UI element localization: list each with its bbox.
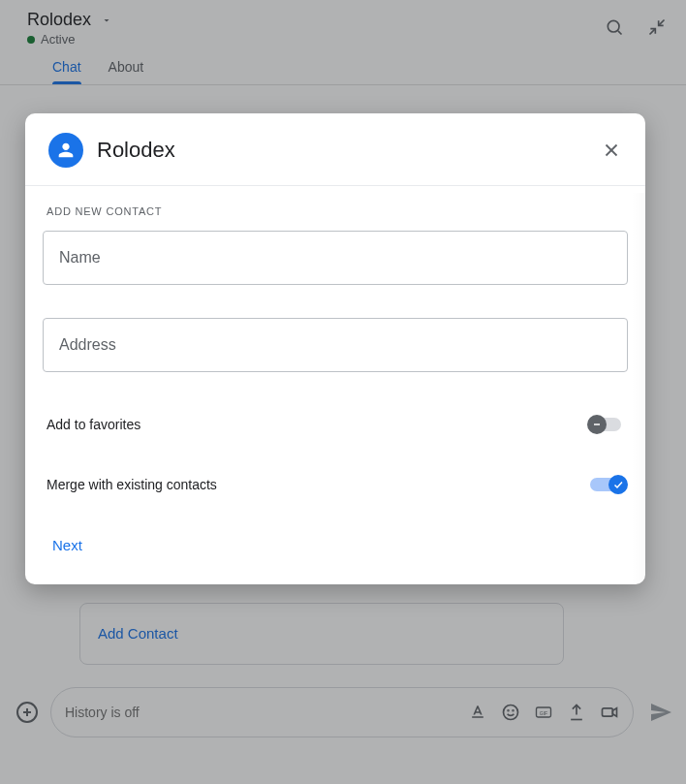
favorites-label: Add to favorites bbox=[47, 417, 140, 432]
merge-row: Merge with existing contacts bbox=[43, 465, 628, 504]
add-contact-dialog: Rolodex ADD NEW CONTACT Add to favorites bbox=[25, 113, 645, 584]
app-root: Rolodex Active Chat About Add Contact bbox=[0, 0, 686, 784]
person-icon bbox=[48, 133, 83, 168]
section-label: ADD NEW CONTACT bbox=[43, 205, 628, 217]
name-field[interactable] bbox=[43, 231, 628, 285]
address-field[interactable] bbox=[43, 318, 628, 372]
next-button[interactable]: Next bbox=[43, 529, 92, 561]
merge-toggle[interactable] bbox=[587, 475, 624, 494]
minus-icon bbox=[587, 415, 607, 434]
merge-label: Merge with existing contacts bbox=[47, 477, 217, 492]
favorites-toggle[interactable] bbox=[587, 415, 624, 434]
dialog-header: Rolodex bbox=[25, 113, 645, 186]
favorites-row: Add to favorites bbox=[43, 405, 628, 444]
close-icon[interactable] bbox=[601, 140, 622, 161]
check-icon bbox=[608, 475, 628, 494]
dialog-title: Rolodex bbox=[97, 138, 587, 163]
dialog-body: ADD NEW CONTACT Add to favorites Merge w… bbox=[25, 186, 645, 584]
